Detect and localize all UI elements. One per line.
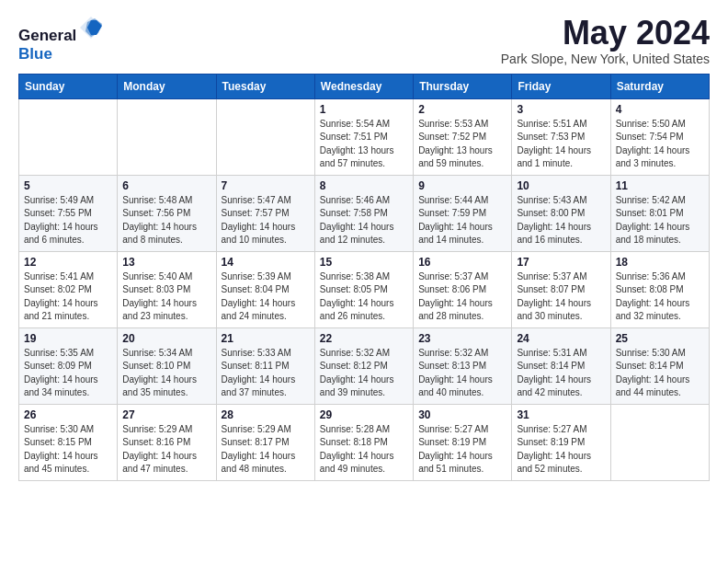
day-number: 10	[517, 179, 605, 192]
day-number: 21	[222, 332, 310, 345]
day-info: Sunrise: 5:38 AM Sunset: 8:05 PM Dayligh…	[320, 270, 408, 324]
calendar-table: Sunday Monday Tuesday Wednesday Thursday…	[18, 74, 710, 481]
logo-general: General	[18, 27, 76, 44]
calendar-cell: 20Sunrise: 5:34 AM Sunset: 8:10 PM Dayli…	[118, 327, 216, 404]
calendar-cell: 29Sunrise: 5:28 AM Sunset: 8:18 PM Dayli…	[314, 404, 413, 480]
day-info: Sunrise: 5:41 AM Sunset: 8:02 PM Dayligh…	[24, 270, 112, 324]
day-info: Sunrise: 5:34 AM Sunset: 8:10 PM Dayligh…	[122, 347, 210, 400]
calendar-cell: 14Sunrise: 5:39 AM Sunset: 8:04 PM Dayli…	[216, 251, 314, 327]
calendar-cell: 24Sunrise: 5:31 AM Sunset: 8:14 PM Dayli…	[512, 327, 610, 404]
day-number: 16	[418, 256, 506, 269]
header: General Blue May 2024 Park Slope, New Yo…	[18, 15, 710, 66]
calendar-week-2: 5Sunrise: 5:49 AM Sunset: 7:55 PM Daylig…	[19, 175, 710, 251]
calendar-cell: 30Sunrise: 5:27 AM Sunset: 8:19 PM Dayli…	[414, 404, 512, 480]
day-info: Sunrise: 5:50 AM Sunset: 7:54 PM Dayligh…	[616, 118, 704, 171]
day-info: Sunrise: 5:47 AM Sunset: 7:57 PM Dayligh…	[222, 194, 310, 247]
day-info: Sunrise: 5:46 AM Sunset: 7:58 PM Dayligh…	[320, 194, 408, 247]
day-number: 25	[616, 332, 704, 345]
day-number: 9	[418, 179, 506, 192]
calendar-cell: 21Sunrise: 5:33 AM Sunset: 8:11 PM Dayli…	[216, 327, 314, 404]
day-number: 11	[616, 179, 704, 192]
day-info: Sunrise: 5:51 AM Sunset: 7:53 PM Dayligh…	[517, 118, 605, 171]
calendar-cell: 27Sunrise: 5:29 AM Sunset: 8:16 PM Dayli…	[118, 404, 216, 480]
calendar-cell: 13Sunrise: 5:40 AM Sunset: 8:03 PM Dayli…	[118, 251, 216, 327]
calendar-cell	[216, 98, 314, 175]
header-sunday: Sunday	[19, 74, 118, 98]
calendar-week-4: 19Sunrise: 5:35 AM Sunset: 8:09 PM Dayli…	[19, 327, 710, 404]
calendar-cell: 16Sunrise: 5:37 AM Sunset: 8:06 PM Dayli…	[414, 251, 512, 327]
logo-icon	[78, 15, 104, 40]
calendar-cell: 11Sunrise: 5:42 AM Sunset: 8:01 PM Dayli…	[610, 175, 709, 251]
weekday-header-row: Sunday Monday Tuesday Wednesday Thursday…	[19, 74, 710, 98]
day-info: Sunrise: 5:53 AM Sunset: 7:52 PM Dayligh…	[418, 118, 506, 171]
day-info: Sunrise: 5:39 AM Sunset: 8:04 PM Dayligh…	[222, 270, 310, 324]
day-number: 15	[320, 256, 408, 269]
day-number: 22	[320, 332, 408, 345]
calendar-cell: 17Sunrise: 5:37 AM Sunset: 8:07 PM Dayli…	[512, 251, 610, 327]
day-number: 31	[517, 408, 605, 421]
day-info: Sunrise: 5:31 AM Sunset: 8:14 PM Dayligh…	[517, 347, 605, 400]
calendar-cell: 31Sunrise: 5:27 AM Sunset: 8:19 PM Dayli…	[512, 404, 610, 480]
day-info: Sunrise: 5:27 AM Sunset: 8:19 PM Dayligh…	[418, 423, 506, 477]
day-info: Sunrise: 5:42 AM Sunset: 8:01 PM Dayligh…	[616, 194, 704, 247]
header-saturday: Saturday	[610, 74, 709, 98]
day-info: Sunrise: 5:27 AM Sunset: 8:19 PM Dayligh…	[517, 423, 605, 477]
day-info: Sunrise: 5:33 AM Sunset: 8:11 PM Dayligh…	[222, 347, 310, 400]
calendar-cell: 23Sunrise: 5:32 AM Sunset: 8:13 PM Dayli…	[414, 327, 512, 404]
day-number: 8	[320, 179, 408, 192]
day-number: 13	[122, 256, 210, 269]
calendar-week-3: 12Sunrise: 5:41 AM Sunset: 8:02 PM Dayli…	[19, 251, 710, 327]
day-number: 5	[24, 179, 112, 192]
day-info: Sunrise: 5:43 AM Sunset: 8:00 PM Dayligh…	[517, 194, 605, 247]
header-monday: Monday	[118, 74, 216, 98]
day-info: Sunrise: 5:30 AM Sunset: 8:15 PM Dayligh…	[24, 423, 112, 477]
calendar-cell: 12Sunrise: 5:41 AM Sunset: 8:02 PM Dayli…	[19, 251, 118, 327]
calendar-cell	[19, 98, 118, 175]
day-info: Sunrise: 5:40 AM Sunset: 8:03 PM Dayligh…	[122, 270, 210, 324]
calendar-cell	[610, 404, 709, 480]
logo-blue: Blue	[18, 45, 52, 63]
calendar-cell: 28Sunrise: 5:29 AM Sunset: 8:17 PM Dayli…	[216, 404, 314, 480]
day-info: Sunrise: 5:49 AM Sunset: 7:55 PM Dayligh…	[24, 194, 112, 247]
day-number: 18	[616, 256, 704, 269]
header-wednesday: Wednesday	[314, 74, 413, 98]
day-info: Sunrise: 5:30 AM Sunset: 8:14 PM Dayligh…	[616, 347, 704, 400]
day-number: 6	[122, 179, 210, 192]
day-number: 12	[24, 256, 112, 269]
calendar-cell: 15Sunrise: 5:38 AM Sunset: 8:05 PM Dayli…	[314, 251, 413, 327]
calendar-header: Sunday Monday Tuesday Wednesday Thursday…	[19, 74, 710, 98]
calendar-cell: 9Sunrise: 5:44 AM Sunset: 7:59 PM Daylig…	[414, 175, 512, 251]
title-block: May 2024 Park Slope, New York, United St…	[501, 15, 710, 66]
day-info: Sunrise: 5:44 AM Sunset: 7:59 PM Dayligh…	[418, 194, 506, 247]
day-info: Sunrise: 5:48 AM Sunset: 7:56 PM Dayligh…	[122, 194, 210, 247]
logo: General Blue	[18, 15, 104, 63]
calendar-body: 1Sunrise: 5:54 AM Sunset: 7:51 PM Daylig…	[19, 98, 710, 480]
day-number: 20	[122, 332, 210, 345]
day-number: 29	[320, 408, 408, 421]
day-info: Sunrise: 5:29 AM Sunset: 8:16 PM Dayligh…	[122, 423, 210, 477]
day-info: Sunrise: 5:35 AM Sunset: 8:09 PM Dayligh…	[24, 347, 112, 400]
calendar-location: Park Slope, New York, United States	[501, 52, 710, 66]
calendar-week-1: 1Sunrise: 5:54 AM Sunset: 7:51 PM Daylig…	[19, 98, 710, 175]
calendar-cell: 6Sunrise: 5:48 AM Sunset: 7:56 PM Daylig…	[118, 175, 216, 251]
calendar-cell: 5Sunrise: 5:49 AM Sunset: 7:55 PM Daylig…	[19, 175, 118, 251]
day-number: 26	[24, 408, 112, 421]
day-number: 19	[24, 332, 112, 345]
calendar-title: May 2024	[501, 15, 710, 52]
day-number: 2	[418, 103, 506, 116]
day-info: Sunrise: 5:32 AM Sunset: 8:13 PM Dayligh…	[418, 347, 506, 400]
calendar-cell: 7Sunrise: 5:47 AM Sunset: 7:57 PM Daylig…	[216, 175, 314, 251]
day-number: 30	[418, 408, 506, 421]
calendar-week-5: 26Sunrise: 5:30 AM Sunset: 8:15 PM Dayli…	[19, 404, 710, 480]
header-thursday: Thursday	[414, 74, 512, 98]
calendar-cell: 10Sunrise: 5:43 AM Sunset: 8:00 PM Dayli…	[512, 175, 610, 251]
day-info: Sunrise: 5:32 AM Sunset: 8:12 PM Dayligh…	[320, 347, 408, 400]
day-number: 27	[122, 408, 210, 421]
page: General Blue May 2024 Park Slope, New Yo…	[0, 0, 728, 496]
calendar-cell: 22Sunrise: 5:32 AM Sunset: 8:12 PM Dayli…	[314, 327, 413, 404]
day-number: 24	[517, 332, 605, 345]
calendar-cell: 4Sunrise: 5:50 AM Sunset: 7:54 PM Daylig…	[610, 98, 709, 175]
calendar-cell: 8Sunrise: 5:46 AM Sunset: 7:58 PM Daylig…	[314, 175, 413, 251]
day-number: 3	[517, 103, 605, 116]
day-number: 17	[517, 256, 605, 269]
